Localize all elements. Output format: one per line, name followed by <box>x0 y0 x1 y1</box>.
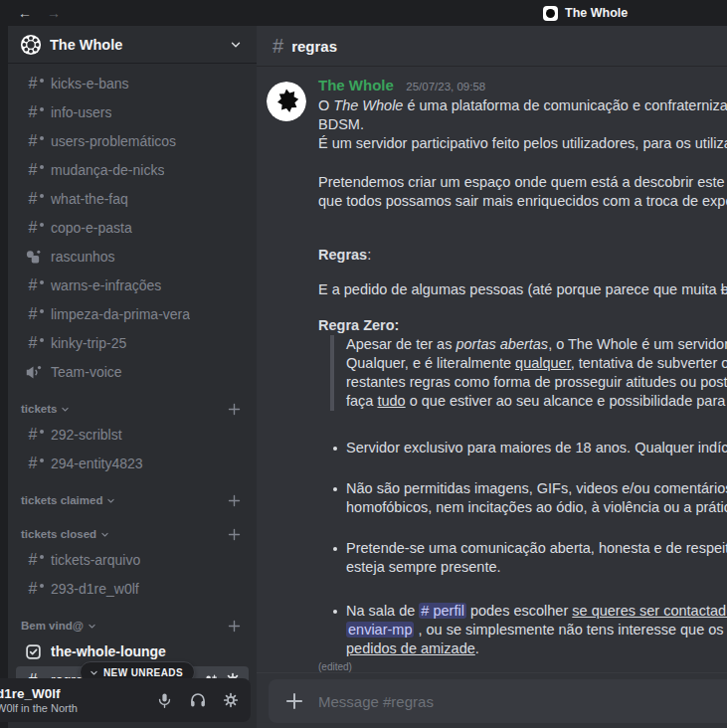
sidebar-item-kinky-trip-25[interactable]: #kinky-trip-25 <box>16 329 249 357</box>
chevron-down-icon <box>229 38 243 52</box>
attach-plus-icon[interactable] <box>284 691 304 711</box>
hash-dot-icon: # <box>20 581 46 597</box>
text-segment: o que estiver ao seu alcance e possibili… <box>406 393 727 409</box>
channel-label: users-problemáticos <box>51 133 176 149</box>
hash-dot-icon: # <box>20 277 46 293</box>
message-line: Qualquer, e é literalmente qualquer, ten… <box>330 354 727 373</box>
create-channel-button[interactable] <box>227 402 242 417</box>
channel-label: Team-voice <box>51 364 122 380</box>
category-tickets-closed[interactable]: tickets closed <box>8 523 257 545</box>
checkbox-icon <box>20 643 46 660</box>
edited-label: (edited) <box>318 659 727 673</box>
user-status: W0lf in the North <box>0 702 78 715</box>
hash-dot-icon: # <box>20 104 46 120</box>
message-line: Servidor exclusivo para maiores de 18 an… <box>318 439 727 457</box>
sidebar-item-copo-e-pasta[interactable]: #copo-e-pasta <box>16 214 249 242</box>
text-segment: faça <box>346 393 377 409</box>
text-segment: Servidor exclusivo para maiores de 18 an… <box>346 440 727 455</box>
sidebar-item-what-the-faq[interactable]: #what-the-faq <box>16 185 249 213</box>
channel-label: kinky-trip-25 <box>51 335 126 351</box>
text-segment: Regras <box>318 247 367 263</box>
message-line: Regra Zero: <box>318 316 727 335</box>
message-line: faça tudo o que estiver ao seu alcance e… <box>330 392 727 411</box>
chevron-down-icon <box>61 405 70 414</box>
text-segment: podes escolher <box>466 603 572 619</box>
chat-header: # regras <box>257 26 727 66</box>
sidebar-item-tickets-arquivo[interactable]: #tickets-arquivo <box>16 546 249 574</box>
message-line: enviar-mp , ou se simplesmente não tens … <box>318 621 727 639</box>
user-info[interactable]: d1re_W0lf W0lf in the North <box>0 686 78 715</box>
message-line: que todos possamos sair mais enriquecido… <box>318 192 727 211</box>
message-line: homofóbicos, nem incitações ao ódio, à v… <box>318 498 727 517</box>
sidebar-item-kicks-e-bans[interactable]: #kicks-e-bans <box>16 70 249 97</box>
channel-label: 294-entity4823 <box>51 455 143 471</box>
microphone-icon[interactable] <box>156 692 173 709</box>
text-segment: homofóbicos, nem incitações ao ódio, à v… <box>346 499 727 515</box>
author-name[interactable]: The Whole <box>318 77 394 93</box>
sidebar-item-limpeza-da-prima-vera[interactable]: #limpeza-da-prima-vera <box>16 300 249 328</box>
sidebar-item-mudan-a-de-nicks[interactable]: #mudança-de-nicks <box>16 156 249 184</box>
text-segment: Apesar de ter as <box>346 336 455 352</box>
create-channel-button[interactable] <box>227 619 242 634</box>
category-tickets[interactable]: tickets <box>8 398 257 420</box>
text-segment: Não são permitidas imagens, GIFs, videos… <box>346 480 727 496</box>
sidebar-item-info-users[interactable]: #info-users <box>16 98 249 126</box>
settings-icon[interactable] <box>223 692 239 708</box>
text-segment: É um servidor participativo feito pelos … <box>318 135 727 151</box>
create-channel-button[interactable] <box>227 493 242 508</box>
channel-label: tickets-arquivo <box>51 552 140 568</box>
text-segment: boa <box>721 281 727 297</box>
channel-mention[interactable]: enviar-mp <box>346 622 414 637</box>
text-segment: restantes regras como forma de prossegui… <box>346 374 727 390</box>
message-line: Regras: <box>318 246 727 265</box>
channel-label: rascunhos <box>51 249 115 265</box>
chat-area: # regras The Whole 25/07/23, 09:58 O The… <box>257 26 727 728</box>
sidebar-item-292-scriblst[interactable]: #292-scriblst <box>16 421 249 449</box>
hash-dot-icon: # <box>20 552 46 568</box>
text-segment: , o The Whole é um servidor privado. <box>548 336 727 352</box>
sidebar-item-rascunhos[interactable]: rascunhos <box>16 243 249 271</box>
channel-label: warns-e-infrações <box>51 277 161 293</box>
sidebar-item-warns-e-infra-es[interactable]: #warns-e-infrações <box>16 272 249 299</box>
server-rail-edge <box>0 26 8 728</box>
headphones-icon[interactable] <box>189 691 207 709</box>
text-segment: é uma plataforma de comunicação e confra… <box>403 97 727 113</box>
sidebar-item-294-entity4823[interactable]: #294-entity4823 <box>16 450 249 477</box>
message-header: The Whole 25/07/23, 09:58 <box>318 76 727 96</box>
text-segment: , ou se simplesmente não tens interesse … <box>414 622 727 637</box>
chevron-down-icon <box>88 622 96 631</box>
message-line: E a pedido de algumas pessoas (até porqu… <box>318 280 727 299</box>
sidebar-item-users-problem-ticos[interactable]: #users-problemáticos <box>16 127 249 155</box>
text-segment: esteja sempre presente. <box>346 559 501 575</box>
text-segment: Regra Zero: <box>318 317 399 333</box>
message: The Whole 25/07/23, 09:58 O The Whole é … <box>257 76 727 673</box>
timestamp: 25/07/23, 09:58 <box>406 81 485 92</box>
category-bem-vind-[interactable]: Bem vind@ <box>8 615 257 637</box>
message-line: esteja sempre presente. <box>318 558 727 577</box>
create-channel-button[interactable] <box>227 527 242 542</box>
user-name: d1re_W0lf <box>0 686 78 702</box>
channel-label: the-whole-lounge <box>51 643 166 659</box>
channel-label: what-the-faq <box>51 191 128 207</box>
text-segment: E a pedido de algumas pessoas (até porqu… <box>318 281 721 297</box>
voice-icon <box>20 364 46 381</box>
window-title: The Whole <box>543 0 628 26</box>
link-text: se queres ser contactad@ por men <box>572 603 727 619</box>
forward-arrow-icon[interactable]: → <box>47 0 61 26</box>
sidebar-item-293-d1re-w0lf[interactable]: #293-d1re_w0lf <box>16 575 249 603</box>
message-line: Apesar de ter as portas abertas, o The W… <box>330 335 727 354</box>
avatar[interactable] <box>267 82 306 121</box>
channel-label: limpeza-da-prima-vera <box>51 306 190 322</box>
link-text: qualquer, <box>515 355 575 371</box>
user-panel: d1re_W0lf W0lf in the North <box>0 678 251 722</box>
channel-mention[interactable]: # perfil <box>419 603 466 619</box>
server-header-dropdown[interactable]: The Whole <box>8 26 257 63</box>
channel-label: 292-scriblst <box>51 427 122 443</box>
sidebar-item-team-voice[interactable]: Team-voice <box>16 358 249 386</box>
category-tickets-claimed[interactable]: tickets claimed <box>8 489 257 511</box>
message-line: É um servidor participativo feito pelos … <box>318 134 727 153</box>
channel-title: regras <box>291 38 337 55</box>
back-arrow-icon[interactable]: ← <box>18 0 32 26</box>
message-input[interactable]: Message #regras <box>269 679 727 723</box>
media-icon <box>20 249 46 266</box>
